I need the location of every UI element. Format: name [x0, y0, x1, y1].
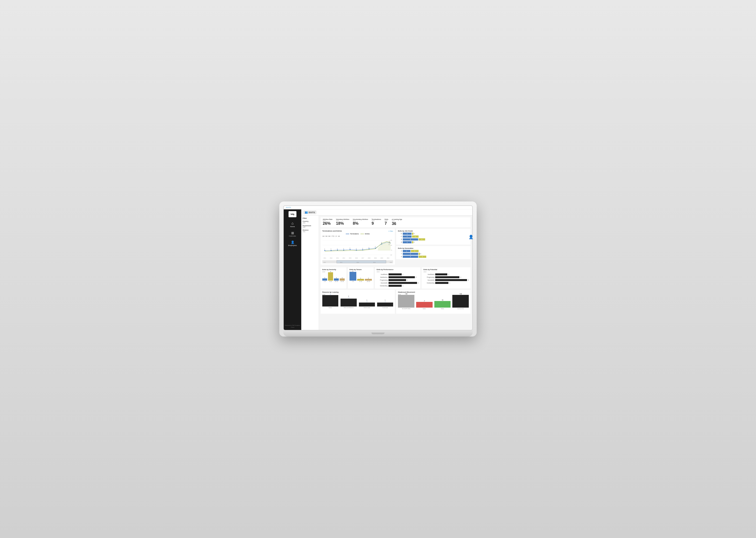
filter-panel: Filter Country (All) Department (All) Di…	[301, 216, 319, 330]
filter-country-label: Country	[302, 221, 317, 222]
perf-bar-3	[389, 282, 417, 284]
time-all[interactable]: All	[338, 236, 340, 237]
svg-text:0: 0	[391, 249, 392, 251]
main-content: 👥 EXITS Filter Country (All) De	[301, 209, 472, 330]
hc-bars: +35 HC EOP 2019 -7 Exits	[398, 296, 469, 312]
filter-title: Filter	[302, 217, 317, 219]
people-icon: 👥	[305, 211, 308, 214]
powered-by-text: Powered by SAP Analytics Cloud	[285, 325, 300, 328]
laptop-base	[283, 330, 473, 337]
time-ytd[interactable]: YTD	[331, 236, 334, 237]
time-3m[interactable]: 3M	[325, 236, 328, 237]
sidebar-item-home[interactable]: ⌂ Home	[284, 220, 301, 229]
line-chart: 20 10 0 -10	[322, 238, 393, 260]
sen-bar-15-20: 1 15-20	[340, 277, 345, 282]
svg-point-16	[375, 247, 376, 248]
bar-row-d: D 1 0	[398, 233, 469, 235]
performance-bars: Insufficient 1 Satisfactory 2	[377, 273, 419, 287]
svg-point-13	[356, 249, 357, 250]
term-legend: Terminations Entries	[322, 233, 393, 235]
filter-division[interactable]: Division (All)	[302, 229, 317, 232]
time-6m[interactable]: 6M	[328, 236, 330, 237]
filter-country[interactable]: Country (All)	[302, 221, 317, 224]
terminations-chart: Terminations and Entries 1 Filter Termin…	[321, 229, 395, 265]
pot-count-3: 1	[449, 282, 450, 284]
perf-label-1: Satisfactory	[377, 277, 388, 278]
exits-seniority: Exits by Seniority 2020 1 1-5	[321, 267, 347, 289]
kpi-age-label: ⌀ Leaving Age	[392, 219, 402, 220]
pot-label-2: Successful	[423, 279, 434, 281]
generation-bars: Z 1 1 Y	[398, 250, 469, 258]
exits-tenure: Exits by Tenure 2020 5 1-5	[348, 267, 374, 289]
performance-title: Exits by Performance	[377, 269, 419, 271]
hc-eop-label-top: +35	[405, 293, 407, 295]
ten-label-2: 5-10	[359, 281, 362, 282]
svg-point-12	[350, 249, 351, 250]
laptop-notch	[371, 333, 385, 334]
svg-text:0: 0	[350, 247, 351, 249]
bar-b-yellow: 1	[418, 238, 425, 241]
middle-section: Terminations and Entries 1 Filter Termin…	[321, 229, 470, 266]
performance-potential: Exits by Performance 2020 Insufficient 1	[375, 267, 470, 289]
bar-row-c: C 1 1	[398, 236, 469, 238]
hc-eop-label-bottom: HC EOP 2019	[402, 308, 410, 309]
svg-text:3: 3	[362, 248, 363, 249]
filter-dept-value: (All)	[302, 227, 317, 228]
term-filter[interactable]: 1 Filter	[389, 231, 393, 232]
sidebar-item-employees[interactable]: 👤 Employees	[284, 239, 301, 248]
bar-d-blue: 1	[403, 233, 411, 235]
logo[interactable]: bdg	[289, 211, 297, 217]
logo-text: bdg	[291, 213, 295, 215]
time-1y[interactable]: 1Y	[335, 236, 337, 237]
right-top-charts: Exits by Job Grade D 1 0	[396, 229, 470, 266]
seniority-tenure: Exits by Seniority 2020 1 1-5	[321, 267, 374, 289]
pot-count-1: 2	[460, 277, 461, 278]
svg-text:1: 1	[337, 248, 338, 249]
pot-bar-1	[435, 276, 459, 278]
ten-label-1: 1-5	[352, 281, 354, 282]
time-1m[interactable]: 1M	[322, 236, 325, 237]
svg-text:2018: 2018	[368, 257, 370, 259]
svg-text:2021: 2021	[387, 257, 389, 259]
hc-title: Headcount Movement	[398, 291, 469, 293]
svg-text:0: 0	[331, 248, 331, 250]
hc-exits-label-top: -7	[424, 300, 425, 302]
perf-progressing: Progressing 1	[377, 279, 419, 281]
bar-a-num: 0	[414, 242, 416, 243]
filter-department[interactable]: Department (All)	[302, 225, 317, 228]
top-bar: 👥 EXITS	[301, 209, 472, 216]
pot-successful: Successful 3	[423, 279, 469, 281]
kpi-terminations: Terminations 2020 9	[372, 219, 381, 226]
sen-bar-yellow-1	[328, 272, 333, 281]
perf-label-2: Progressing	[377, 279, 388, 281]
performance-year: 2020	[377, 271, 419, 273]
exits-performance: Exits by Performance 2020 Insufficient 1	[375, 267, 420, 289]
perf-bar-1	[389, 276, 415, 278]
headcount-movement: Headcount Movement 2020 +35 HC EOP 2019	[396, 290, 470, 314]
svg-text:20: 20	[391, 240, 392, 241]
perf-count-4: 1	[403, 285, 404, 287]
dashboard: Filter Country (All) Department (All) Di…	[301, 216, 472, 330]
sen-bar-10-15: 1 10-15	[334, 277, 339, 282]
reason-wlb-num: 2	[348, 296, 349, 297]
kpi-exits: Exits 2020 7	[385, 219, 388, 226]
exits-potential: Exits by Potential 2020 Insufficient 1	[422, 267, 470, 289]
perf-label-4: Outstanding	[377, 285, 388, 287]
filter-div-value: (All)	[302, 231, 317, 232]
tenure-bars: 5 1-5 1 5-10	[350, 273, 372, 284]
ten-bar-yellow-1	[357, 279, 364, 281]
perf-bar-2	[389, 279, 406, 281]
svg-point-9	[331, 250, 332, 251]
svg-text:2: 2	[343, 248, 344, 249]
pot-bar-2	[435, 279, 467, 281]
bar-d-yellow	[412, 233, 413, 235]
bar-z-blue: 1	[403, 250, 410, 252]
svg-text:-10: -10	[390, 254, 392, 256]
potential-title: Exits by Potential	[423, 269, 469, 271]
app-container: bdg ⌂ Home ▦ Calendar 👤 Employees Powere…	[284, 209, 472, 330]
pot-insufficient: Insufficient 1	[423, 273, 469, 275]
sidebar-label-employees: Employees	[288, 244, 297, 246]
perf-outstanding: Outstanding 1	[377, 285, 419, 287]
sidebar-item-calendar[interactable]: ▦ Calendar	[284, 229, 301, 239]
powered-by: Powered by SAP Analytics Cloud	[284, 323, 301, 330]
